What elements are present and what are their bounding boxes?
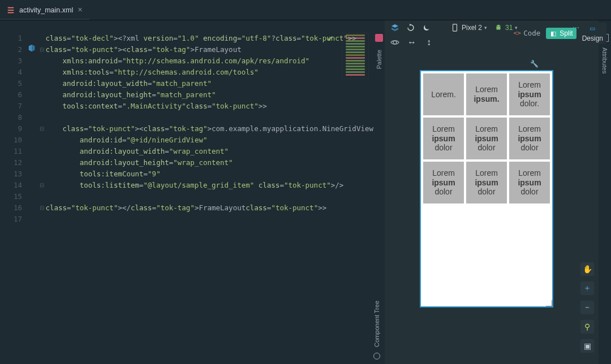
grid-cell[interactable]: Lorem ipsum dolor [423, 162, 464, 203]
svg-point-4 [499, 26, 500, 27]
component-tree-side-tab[interactable]: Component Tree [373, 301, 380, 359]
svg-rect-2 [453, 24, 457, 31]
canvas-zoom-tools: ✋ ＋ － ⚲ ▣ [580, 262, 594, 353]
fold-toggle[interactable] [38, 67, 46, 78]
file-tab-activity-main[interactable]: activity_main.xml ✕ [0, 0, 89, 20]
device-icon [450, 23, 459, 32]
fold-toggle[interactable] [38, 55, 46, 67]
grid-cell[interactable]: Lorem ipsum dolor [509, 162, 550, 203]
attributes-tab[interactable]: Attributes [601, 47, 608, 73]
code-editor-panel: ✔ 1234567891011121314151617 ⊟⊟⊟⊟ [0, 20, 373, 364]
grid-cell[interactable]: Lorem ipsum. [466, 73, 507, 115]
fold-toggle[interactable] [38, 191, 46, 202]
fold-column: ⊟⊟⊟⊟ [38, 33, 46, 364]
design-preview-panel: Pixel 2 ▾ 31 ▾ ⋯ ⓘ [385, 20, 599, 364]
split-icon: ◧ [549, 29, 557, 37]
fold-toggle[interactable] [38, 157, 46, 168]
code-icon: <> [513, 29, 521, 37]
zoom-in-button[interactable]: ＋ [580, 281, 594, 295]
view-mode-split[interactable]: ◧ Split [546, 28, 576, 39]
view-mode-code-label: Code [523, 28, 540, 39]
file-tab-label: activity_main.xml [19, 6, 73, 14]
fold-toggle[interactable] [38, 101, 46, 112]
code-text-area[interactable]: class="tok-decl"><?xml version="1.0" enc… [45, 33, 373, 364]
fold-toggle[interactable]: ⊟ [38, 44, 46, 55]
fold-toggle[interactable]: ⊟ [38, 202, 46, 214]
grid-cell[interactable]: Lorem. [423, 73, 464, 115]
zoom-fit-button[interactable]: ⚲ [580, 320, 594, 333]
view-mode-toolbar: <> Code ◧ Split ▭ Design [510, 23, 606, 44]
night-mode-icon[interactable] [422, 23, 431, 32]
fold-toggle[interactable]: ⊟ [38, 123, 46, 135]
fold-toggle[interactable] [38, 89, 46, 101]
line-number-gutter: 1234567891011121314151617 [0, 33, 28, 364]
fold-toggle[interactable] [38, 135, 46, 146]
close-tab-icon[interactable]: ✕ [78, 6, 83, 14]
view-mode-code[interactable]: <> Code [510, 26, 544, 41]
device-frame[interactable]: Lorem.Lorem ipsum.Lorem ipsum dolor.Lore… [420, 70, 553, 307]
fit-screen-button[interactable]: ▣ [580, 339, 594, 353]
grid-cell[interactable]: Lorem ipsum dolor. [509, 73, 550, 115]
fold-toggle[interactable]: ⊟ [38, 180, 46, 191]
view-options-icon[interactable] [390, 38, 399, 47]
view-mode-design[interactable]: ▭ Design [579, 23, 606, 44]
surface-stack-icon[interactable] [390, 23, 399, 32]
svg-point-1 [425, 24, 431, 29]
zoom-out-button[interactable]: － [580, 301, 594, 314]
design-icon: ▭ [588, 24, 596, 32]
fold-toggle[interactable] [38, 168, 46, 180]
layout-root-gutter-icon[interactable] [28, 44, 36, 52]
component-tree-icon [373, 353, 380, 359]
grid-cell[interactable]: Lorem ipsum dolor [423, 118, 464, 159]
pan-vertical-icon[interactable]: ↕ [424, 38, 433, 47]
grid-cell[interactable]: Lorem ipsum dolor [509, 118, 550, 159]
fold-toggle[interactable] [38, 146, 46, 157]
svg-point-3 [497, 26, 498, 27]
device-picker[interactable]: Pixel 2 ▾ [450, 23, 487, 32]
view-mode-design-label: Design [582, 34, 603, 42]
orientation-icon[interactable] [406, 23, 415, 32]
pan-horizontal-icon[interactable]: ↔ [407, 38, 416, 47]
chevron-down-icon: ▾ [484, 25, 487, 31]
device-picker-label: Pixel 2 [462, 24, 482, 32]
palette-tab[interactable]: Palette [376, 49, 382, 70]
grid-cell[interactable]: Lorem ipsum dolor [466, 162, 507, 203]
grid-cell[interactable]: Lorem ipsum dolor [466, 118, 507, 159]
tools-wrench-icon[interactable]: 🔧 [530, 60, 539, 68]
editor-tab-bar: activity_main.xml ✕ [0, 0, 611, 20]
gutter-icon-column [28, 33, 38, 364]
design-canvas[interactable]: 🔧 Lorem.Lorem ipsum.Lorem ipsum dolor.Lo… [385, 50, 599, 364]
palette-icon [375, 34, 383, 42]
pan-tool[interactable]: ✋ [580, 262, 594, 276]
attributes-side-tab-strip: Attributes [599, 20, 611, 364]
fold-toggle[interactable] [38, 78, 46, 89]
xml-file-icon [7, 6, 15, 14]
nine-grid-view: Lorem.Lorem ipsum.Lorem ipsum dolor.Lore… [421, 71, 552, 206]
resize-handle[interactable] [543, 297, 553, 307]
view-mode-split-label: Split [560, 29, 573, 37]
fold-toggle[interactable] [38, 214, 46, 225]
android-icon [494, 23, 503, 32]
component-tree-label: Component Tree [373, 301, 380, 347]
fold-toggle[interactable] [38, 33, 46, 44]
svg-point-5 [393, 41, 397, 44]
fold-toggle[interactable] [38, 112, 46, 123]
